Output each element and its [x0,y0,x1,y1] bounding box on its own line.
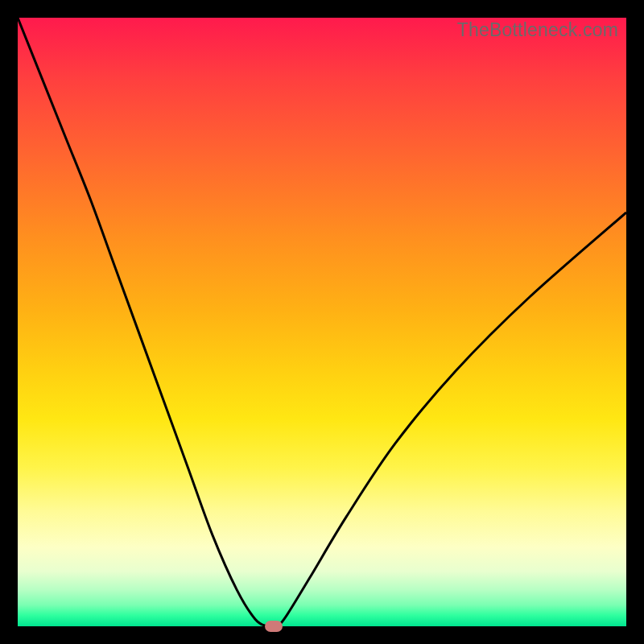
chart-frame: TheBottleneck.com [0,0,644,644]
optimal-point-marker [265,621,283,632]
plot-area: TheBottleneck.com [18,18,626,626]
bottleneck-curve [18,18,626,626]
